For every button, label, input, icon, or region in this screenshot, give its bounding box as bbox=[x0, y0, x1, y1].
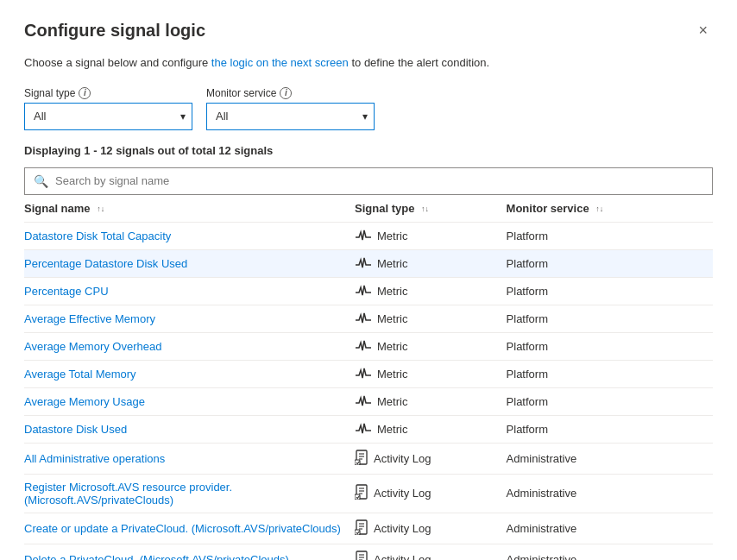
monitor-service-info-icon[interactable]: i bbox=[280, 87, 292, 99]
monitor-service-sort-icon[interactable]: ↑↓ bbox=[595, 205, 603, 213]
signal-name-link[interactable]: Datastore Disk Total Capacity bbox=[24, 230, 171, 242]
signal-type-cell: Metric bbox=[355, 332, 507, 360]
signal-name-cell: Datastore Disk Total Capacity bbox=[24, 222, 355, 249]
signal-type-cell: Activity Log bbox=[355, 544, 507, 560]
signal-name-cell: Average Total Memory bbox=[24, 360, 355, 387]
signal-name-link[interactable]: Average Total Memory bbox=[24, 368, 136, 381]
monitor-service-cell: Platform bbox=[507, 222, 713, 249]
activity-log-icon bbox=[355, 450, 368, 468]
signal-type-text: Metric bbox=[377, 340, 407, 353]
signal-type-cell: Metric bbox=[355, 305, 507, 332]
signal-name-link[interactable]: Delete a PrivateCloud. (Microsoft.AVS/pr… bbox=[24, 553, 289, 561]
signal-name-link[interactable]: Average Effective Memory bbox=[24, 312, 155, 325]
signal-name-cell: Percentage CPU bbox=[24, 277, 355, 305]
count-text: Displaying 1 - 12 signals out of total 1… bbox=[24, 144, 713, 157]
signal-name-link[interactable]: Percentage CPU bbox=[24, 285, 109, 298]
svg-rect-15 bbox=[356, 551, 367, 561]
signal-type-cell: Metric bbox=[355, 360, 507, 387]
table-row[interactable]: Datastore Disk UsedMetricPlatform bbox=[24, 415, 713, 443]
signal-type-text: Metric bbox=[377, 285, 407, 298]
description-link[interactable]: the logic on the next screen bbox=[211, 56, 349, 69]
table-row[interactable]: Average Total MemoryMetricPlatform bbox=[24, 360, 713, 387]
signal-type-select-wrapper: All Metric Activity Log ▾ bbox=[24, 103, 192, 130]
signal-name-cell: Create or update a PrivateCloud. (Micros… bbox=[24, 513, 355, 544]
signal-name-cell: Average Memory Overhead bbox=[24, 332, 355, 360]
activity-log-icon bbox=[355, 484, 368, 502]
col-header-signal-type: Signal type ↑↓ bbox=[355, 195, 507, 223]
signal-type-cell: Metric bbox=[355, 387, 507, 415]
signal-name-link[interactable]: Average Memory Usage bbox=[24, 395, 145, 408]
signal-name-cell: Average Memory Usage bbox=[24, 387, 355, 415]
monitor-service-cell: Administrative bbox=[507, 443, 713, 474]
signal-type-cell: Metric bbox=[355, 222, 507, 249]
monitor-service-select[interactable]: All Platform Administrative bbox=[206, 103, 375, 130]
signal-type-text: Metric bbox=[377, 423, 407, 436]
signal-type-text: Metric bbox=[377, 395, 407, 408]
search-icon: 🔍 bbox=[34, 174, 48, 188]
table-row[interactable]: Register Microsoft.AVS resource provider… bbox=[24, 474, 713, 513]
signal-name-sort-icon[interactable]: ↑↓ bbox=[97, 205, 104, 213]
table-row[interactable]: Percentage Datastore Disk UsedMetricPlat… bbox=[24, 249, 713, 277]
signal-name-cell: Datastore Disk Used bbox=[24, 415, 355, 443]
signal-type-cell: Metric bbox=[355, 415, 507, 443]
monitor-service-select-wrapper: All Platform Administrative ▾ bbox=[206, 103, 375, 130]
table-row[interactable]: Create or update a PrivateCloud. (Micros… bbox=[24, 513, 713, 544]
signal-name-cell: All Administrative operations bbox=[24, 443, 355, 474]
monitor-service-cell: Administrative bbox=[507, 544, 713, 560]
table-row[interactable]: All Administrative operationsActivity Lo… bbox=[24, 443, 713, 474]
filters-row: Signal type i All Metric Activity Log ▾ … bbox=[24, 87, 713, 130]
signal-name-link[interactable]: All Administrative operations bbox=[24, 452, 165, 465]
metric-icon bbox=[355, 422, 372, 437]
signal-type-info-icon[interactable]: i bbox=[79, 87, 91, 99]
table-row[interactable]: Average Memory OverheadMetricPlatform bbox=[24, 332, 713, 360]
table-row[interactable]: Delete a PrivateCloud. (Microsoft.AVS/pr… bbox=[24, 544, 713, 560]
signal-name-link[interactable]: Average Memory Overhead bbox=[24, 340, 161, 353]
signal-name-link[interactable]: Register Microsoft.AVS resource provider… bbox=[24, 481, 232, 507]
col-header-signal-name: Signal name ↑↓ bbox=[24, 195, 355, 223]
metric-icon bbox=[355, 394, 372, 409]
modal-title: Configure signal logic bbox=[24, 21, 205, 41]
monitor-service-filter: Monitor service i All Platform Administr… bbox=[206, 87, 375, 130]
signal-name-cell: Delete a PrivateCloud. (Microsoft.AVS/pr… bbox=[24, 544, 355, 560]
signal-type-cell: Metric bbox=[355, 277, 507, 305]
signals-table: Signal name ↑↓ Signal type ↑↓ Monitor se… bbox=[24, 195, 713, 561]
metric-icon bbox=[355, 229, 372, 243]
table-row[interactable]: Percentage CPUMetricPlatform bbox=[24, 277, 713, 305]
monitor-service-cell: Platform bbox=[507, 305, 713, 332]
signal-type-select[interactable]: All Metric Activity Log bbox=[24, 103, 192, 130]
metric-icon bbox=[355, 311, 372, 326]
signal-type-text: Activity Log bbox=[374, 452, 431, 465]
signal-name-cell: Average Effective Memory bbox=[24, 305, 355, 332]
table-row[interactable]: Datastore Disk Total CapacityMetricPlatf… bbox=[24, 222, 713, 249]
metric-icon bbox=[355, 256, 372, 271]
monitor-service-cell: Platform bbox=[507, 277, 713, 305]
activity-log-icon bbox=[355, 519, 368, 538]
signal-type-text: Metric bbox=[377, 230, 407, 242]
close-button[interactable]: × bbox=[693, 21, 713, 40]
metric-icon bbox=[355, 367, 372, 381]
signal-type-text: Activity Log bbox=[374, 487, 431, 500]
signal-type-cell: Activity Log bbox=[355, 443, 507, 474]
signal-type-text: Metric bbox=[377, 312, 407, 325]
signal-type-text: Activity Log bbox=[374, 522, 431, 535]
monitor-service-cell: Platform bbox=[507, 387, 713, 415]
signal-type-text: Metric bbox=[377, 257, 407, 270]
signal-type-cell: Activity Log bbox=[355, 474, 507, 513]
modal-configure-signal: Configure signal logic × Choose a signal… bbox=[0, 0, 737, 560]
monitor-service-cell: Administrative bbox=[507, 513, 713, 544]
signal-type-filter: Signal type i All Metric Activity Log ▾ bbox=[24, 87, 192, 130]
signal-type-sort-icon[interactable]: ↑↓ bbox=[421, 205, 429, 213]
monitor-service-cell: Administrative bbox=[507, 474, 713, 513]
signal-type-label: Signal type i bbox=[24, 87, 192, 99]
signal-name-link[interactable]: Datastore Disk Used bbox=[24, 423, 127, 436]
monitor-service-cell: Platform bbox=[507, 415, 713, 443]
search-input[interactable] bbox=[55, 174, 703, 187]
monitor-service-label: Monitor service i bbox=[206, 87, 375, 99]
table-row[interactable]: Average Memory UsageMetricPlatform bbox=[24, 387, 713, 415]
signal-name-link[interactable]: Create or update a PrivateCloud. (Micros… bbox=[24, 522, 341, 535]
table-row[interactable]: Average Effective MemoryMetricPlatform bbox=[24, 305, 713, 332]
table-header-row: Signal name ↑↓ Signal type ↑↓ Monitor se… bbox=[24, 195, 713, 223]
signal-name-link[interactable]: Percentage Datastore Disk Used bbox=[24, 257, 187, 270]
modal-header: Configure signal logic × bbox=[24, 21, 713, 41]
metric-icon bbox=[355, 284, 372, 299]
